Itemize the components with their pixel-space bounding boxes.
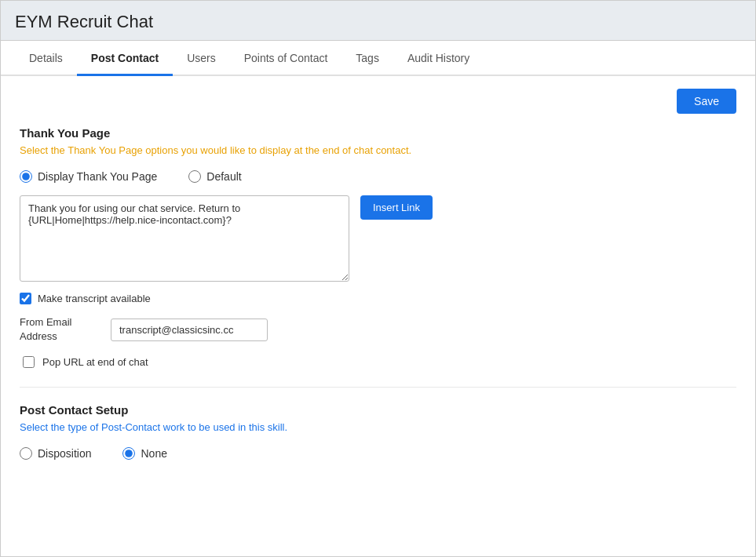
radio-display-label[interactable]: Display Thank You Page [38, 170, 157, 183]
section-divider [20, 387, 736, 388]
desc-link: Thank You Page [68, 144, 142, 156]
post-contact-desc: Select the type of Post-Contact work to … [20, 421, 736, 433]
app-header: EYM Recruit Chat [1, 1, 755, 41]
tab-users[interactable]: Users [173, 41, 230, 76]
make-transcript-label[interactable]: Make transcript available [38, 293, 151, 304]
pop-url-label[interactable]: Pop URL at end of chat [42, 356, 148, 368]
insert-link-button[interactable]: Insert Link [360, 195, 433, 220]
from-email-row: From Email Address [20, 315, 736, 344]
pop-url-row: Pop URL at end of chat [20, 356, 736, 368]
desc-prefix: Select the [20, 144, 68, 156]
content-area: Save Thank You Page Select the Thank You… [1, 76, 755, 556]
tab-audit-history[interactable]: Audit History [393, 41, 484, 76]
display-radio-group: Display Thank You Page Default [20, 170, 736, 183]
from-email-label: From Email Address [20, 315, 98, 344]
post-contact-radio-group: Disposition None [20, 447, 736, 460]
save-button[interactable]: Save [677, 89, 736, 114]
radio-none[interactable]: None [122, 447, 166, 460]
radio-default-label[interactable]: Default [206, 170, 241, 183]
thank-you-page-desc: Select the Thank You Page options you wo… [20, 144, 736, 156]
post-contact-title: Post Contact Setup [20, 403, 736, 417]
radio-default[interactable]: Default [188, 170, 241, 183]
radio-display-thank-you[interactable]: Display Thank You Page [20, 170, 157, 183]
make-transcript-checkbox[interactable] [20, 293, 31, 304]
app-title: EYM Recruit Chat [15, 12, 153, 31]
app-wrapper: EYM Recruit Chat Details Post Contact Us… [0, 0, 756, 557]
radio-none-label[interactable]: None [141, 447, 166, 460]
top-bar: Save [20, 89, 736, 114]
make-transcript-row: Make transcript available [20, 293, 736, 304]
pop-url-checkbox[interactable] [23, 356, 35, 368]
tabs-bar: Details Post Contact Users Points of Con… [1, 41, 755, 76]
thank-you-page-title: Thank You Page [20, 126, 736, 140]
radio-disposition[interactable]: Disposition [20, 447, 91, 460]
radio-disposition-label[interactable]: Disposition [38, 447, 91, 460]
tab-points-of-contact[interactable]: Points of Contact [230, 41, 342, 76]
textarea-row: Thank you for using our chat service. Re… [20, 195, 736, 282]
thank-you-textarea[interactable]: Thank you for using our chat service. Re… [20, 195, 349, 282]
tab-post-contact[interactable]: Post Contact [77, 41, 173, 76]
tab-details[interactable]: Details [15, 41, 77, 76]
from-email-input[interactable] [111, 319, 268, 341]
tab-tags[interactable]: Tags [341, 41, 393, 76]
post-contact-setup-section: Post Contact Setup Select the type of Po… [20, 403, 736, 460]
desc-suffix: options you would like to display at the… [143, 144, 412, 156]
thank-you-page-section: Thank You Page Select the Thank You Page… [20, 126, 736, 368]
